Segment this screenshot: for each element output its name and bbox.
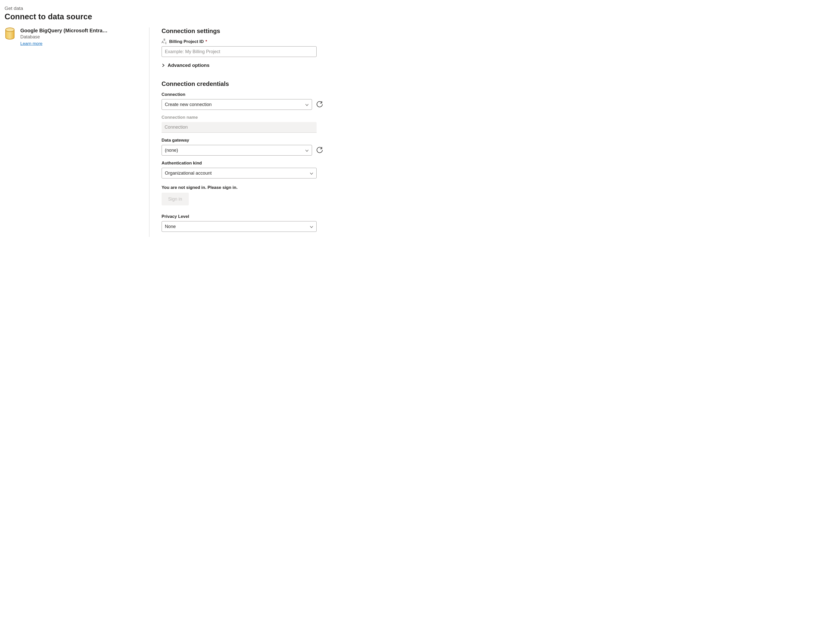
connection-name-label: Connection name: [162, 115, 323, 120]
gateway-value: (none): [165, 148, 178, 153]
refresh-connection-button[interactable]: [316, 101, 323, 108]
chevron-down-icon: [310, 225, 313, 228]
credentials-heading: Connection credentials: [162, 80, 323, 87]
breadcrumb: Get data: [5, 6, 326, 11]
signin-message: You are not signed in. Please sign in.: [162, 185, 323, 190]
text-type-icon: ABC: [162, 39, 167, 44]
billing-project-input[interactable]: [162, 46, 317, 57]
signin-button[interactable]: Sign in: [162, 193, 189, 205]
connection-name-input: [162, 122, 317, 133]
connection-select[interactable]: Create new connection: [162, 99, 312, 110]
chevron-down-icon: [310, 172, 313, 175]
auth-kind-label: Authentication kind: [162, 161, 323, 166]
billing-label: Billing Project ID *: [169, 39, 207, 44]
privacy-label: Privacy Level: [162, 214, 323, 219]
connection-value: Create new connection: [165, 102, 212, 107]
connection-label: Connection: [162, 92, 323, 97]
chevron-down-icon: [305, 103, 309, 106]
page-title: Connect to data source: [5, 12, 326, 21]
auth-kind-value: Organizational account: [165, 170, 212, 176]
gateway-label: Data gateway: [162, 138, 323, 143]
advanced-options-label: Advanced options: [168, 63, 210, 68]
database-icon: [5, 27, 15, 40]
connector-title: Google BigQuery (Microsoft Entra…: [20, 27, 107, 34]
connector-card: Google BigQuery (Microsoft Entra… Databa…: [5, 27, 141, 46]
learn-more-link[interactable]: Learn more: [20, 41, 42, 46]
connector-category: Database: [20, 34, 107, 40]
settings-heading: Connection settings: [162, 27, 323, 35]
svg-point-1: [6, 28, 14, 32]
advanced-options-toggle[interactable]: Advanced options: [162, 63, 323, 68]
required-mark: *: [206, 39, 207, 44]
privacy-select[interactable]: None: [162, 221, 317, 232]
chevron-right-icon: [162, 63, 165, 67]
auth-kind-select[interactable]: Organizational account: [162, 168, 317, 178]
gateway-select[interactable]: (none): [162, 145, 312, 156]
privacy-value: None: [165, 224, 176, 229]
refresh-gateway-button[interactable]: [316, 147, 323, 154]
chevron-down-icon: [305, 149, 309, 152]
